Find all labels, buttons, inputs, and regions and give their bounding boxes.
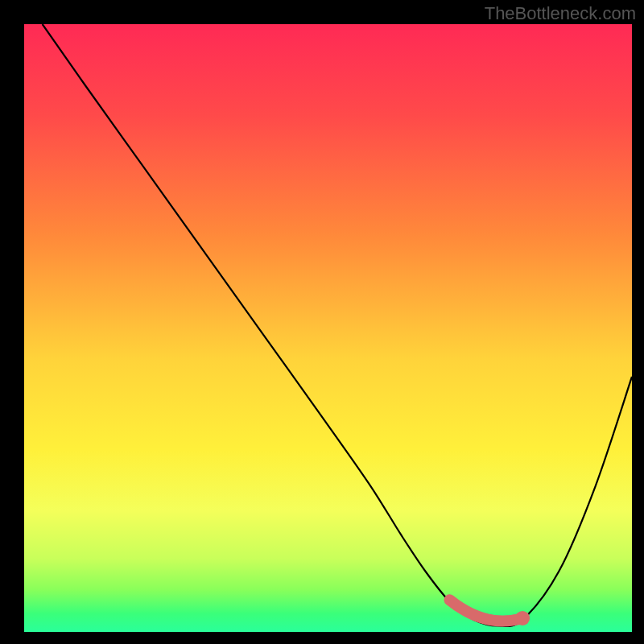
optimal-point-dot	[515, 611, 530, 625]
chart-curve-layer	[24, 24, 632, 632]
watermark-text: TheBottleneck.com	[485, 3, 636, 24]
optimal-range-marker	[450, 600, 523, 621]
chart-plot-area	[24, 24, 632, 632]
bottleneck-curve	[43, 24, 632, 626]
